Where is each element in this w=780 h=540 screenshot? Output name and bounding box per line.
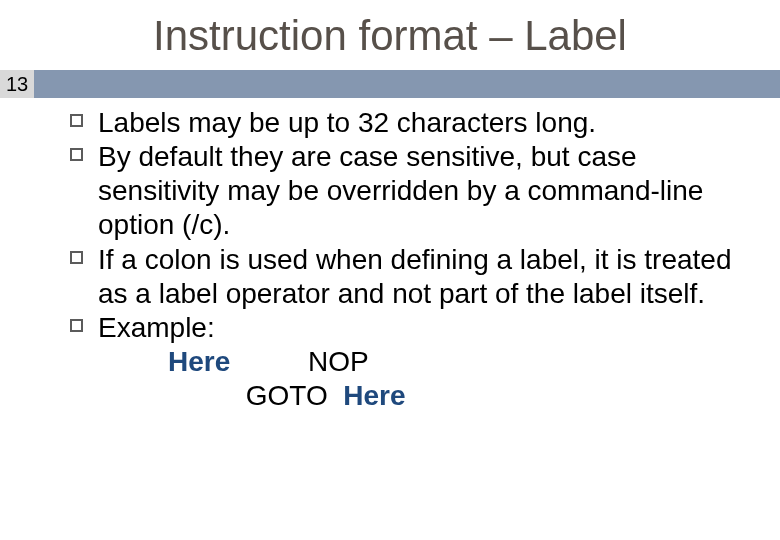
code-label-here: Here (168, 346, 230, 377)
code-target-here: Here (343, 380, 405, 411)
slide: Instruction format – Label 13 Labels may… (0, 0, 780, 540)
example-line-2: GOTO Here (168, 379, 760, 413)
bullet-item: If a colon is used when defining a label… (70, 243, 760, 311)
example-code: Here NOP GOTO Here (70, 345, 760, 413)
code-gap (328, 380, 344, 411)
code-op-goto: GOTO (246, 380, 328, 411)
slide-number: 13 (0, 70, 34, 98)
bullet-item: Example: (70, 311, 760, 345)
bullet-list: Labels may be up to 32 characters long. … (70, 106, 760, 345)
divider-bar (34, 70, 780, 98)
bullet-item: Labels may be up to 32 characters long. (70, 106, 760, 140)
divider-row: 13 (0, 70, 780, 98)
code-op-nop: NOP (308, 346, 369, 377)
code-gap (230, 346, 308, 377)
example-line-1: Here NOP (168, 345, 760, 379)
slide-content: Labels may be up to 32 characters long. … (0, 98, 780, 413)
slide-title: Instruction format – Label (0, 0, 780, 70)
code-gap (168, 380, 246, 411)
bullet-item: By default they are case sensitive, but … (70, 140, 760, 242)
